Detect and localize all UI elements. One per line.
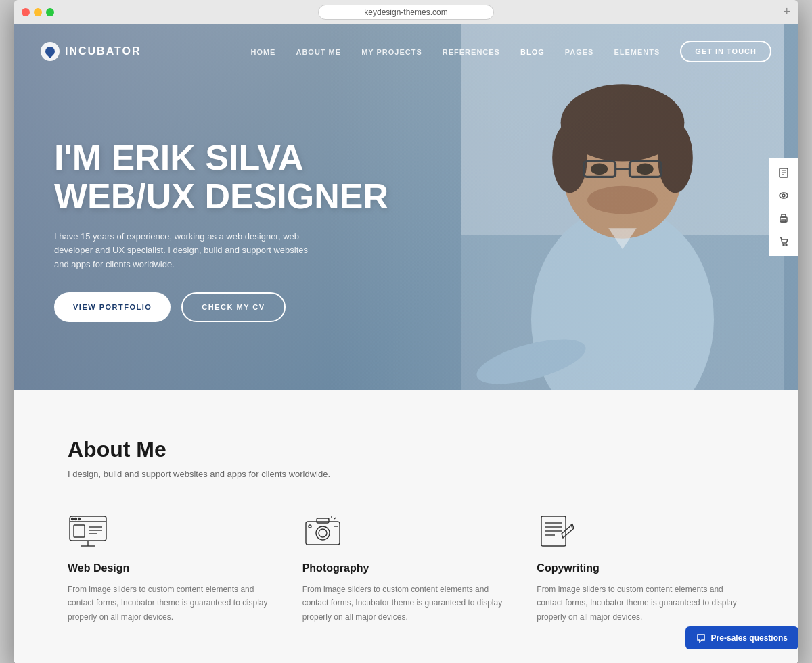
photography-icon: [302, 513, 343, 550]
service-web-design: Web Design From image sliders to custom …: [68, 513, 275, 624]
nav-links: HOME ABOUT ME MY PROJECTS REFERENCES BLO…: [250, 41, 771, 62]
copywriting-icon: [537, 513, 577, 550]
about-subtitle: I design, build and support websites and…: [68, 469, 744, 479]
svg-point-2: [531, 207, 714, 390]
svg-point-43: [309, 525, 311, 528]
web-design-icon: [68, 513, 108, 550]
nav-item-about[interactable]: ABOUT ME: [296, 45, 341, 58]
cart-icon[interactable]: [773, 231, 794, 252]
svg-point-12: [637, 164, 654, 175]
svg-point-15: [472, 330, 590, 390]
eye-icon[interactable]: [773, 185, 794, 206]
nav-item-blog[interactable]: BLOG: [520, 45, 545, 58]
hero-content: I'M ERIK SILVA WEB/UX DESIGNER I have 15…: [54, 139, 388, 322]
hero-buttons: VIEW PORTFOLIO CHECK MY CV: [54, 292, 388, 322]
svg-point-40: [319, 529, 327, 537]
chat-button-label: Pre-sales questions: [711, 633, 788, 643]
svg-line-45: [334, 518, 336, 519]
new-tab-button[interactable]: +: [783, 5, 790, 19]
hero-description: I have 15 years of experience, working a…: [54, 230, 311, 272]
svg-rect-24: [782, 220, 786, 222]
page-content: INCUBATOR HOME ABOUT ME MY PROJECTS REFE…: [14, 24, 798, 663]
browser-window: keydesign-themes.com + INCUBATOR HOME AB…: [14, 0, 798, 663]
view-portfolio-button[interactable]: VIEW PORTFOLIO: [54, 292, 171, 322]
logo-icon-inner: [43, 45, 57, 58]
book-icon[interactable]: [773, 162, 794, 183]
svg-rect-9: [629, 162, 661, 177]
service-photography: Photography From image sliders to custom…: [302, 513, 510, 624]
svg-point-35: [72, 518, 74, 520]
svg-point-6: [552, 122, 587, 193]
browser-titlebar: keydesign-themes.com +: [14, 0, 798, 24]
service-copywriting-desc: From image sliders to custom content ele…: [537, 582, 744, 624]
navbar: INCUBATOR HOME ABOUT ME MY PROJECTS REFE…: [14, 24, 798, 78]
browser-url: keydesign-themes.com: [318, 5, 494, 20]
sidebar-icons: [769, 158, 798, 256]
svg-point-7: [658, 122, 693, 193]
svg-point-37: [78, 518, 81, 520]
svg-rect-3: [605, 193, 640, 235]
svg-marker-14: [608, 228, 637, 249]
nav-item-pages[interactable]: PAGES: [565, 45, 594, 58]
nav-item-references[interactable]: REFERENCES: [443, 45, 500, 58]
svg-point-21: [782, 194, 785, 197]
service-copywriting: Copywriting From image sliders to custom…: [537, 513, 744, 624]
logo[interactable]: INCUBATOR: [41, 42, 141, 61]
service-web-design-desc: From image sliders to custom content ele…: [68, 582, 275, 624]
logo-icon: [41, 42, 60, 61]
about-title: About Me: [68, 437, 744, 462]
svg-point-20: [780, 193, 788, 198]
logo-text: INCUBATOR: [65, 45, 141, 58]
nav-item-elements[interactable]: ELEMENTS: [614, 45, 660, 58]
service-copywriting-title: Copywriting: [537, 562, 744, 574]
hero-title: I'M ERIK SILVA WEB/UX DESIGNER: [54, 139, 388, 216]
svg-point-36: [75, 518, 77, 520]
svg-rect-8: [584, 162, 616, 177]
svg-point-4: [563, 105, 683, 238]
url-text: keydesign-themes.com: [364, 7, 447, 17]
svg-rect-29: [74, 525, 85, 537]
service-photography-desc: From image sliders to custom content ele…: [302, 582, 510, 624]
nav-item-projects[interactable]: MY PROJECTS: [361, 45, 422, 58]
printer-icon[interactable]: [773, 208, 794, 229]
browser-dots: [22, 8, 54, 16]
svg-rect-41: [317, 518, 329, 523]
dot-close[interactable]: [22, 8, 30, 16]
hero-section: INCUBATOR HOME ABOUT ME MY PROJECTS REFE…: [14, 24, 798, 390]
svg-point-11: [591, 164, 608, 175]
chat-icon: [696, 633, 706, 643]
dot-maximize[interactable]: [46, 8, 54, 16]
svg-point-26: [786, 244, 787, 246]
svg-point-25: [783, 244, 784, 246]
nav-cta[interactable]: GET IN TOUCH: [680, 41, 771, 62]
svg-rect-23: [782, 214, 786, 217]
svg-point-13: [587, 186, 658, 214]
chat-button[interactable]: Pre-sales questions: [685, 626, 798, 649]
svg-point-39: [316, 526, 330, 540]
check-cv-button[interactable]: CHECK MY CV: [181, 292, 285, 322]
dot-minimize[interactable]: [34, 8, 42, 16]
service-web-design-title: Web Design: [68, 562, 275, 574]
services-grid: Web Design From image sliders to custom …: [68, 513, 744, 624]
service-photography-title: Photography: [302, 562, 510, 574]
hero-image: [328, 24, 798, 390]
nav-item-home[interactable]: HOME: [250, 45, 275, 58]
about-section: About Me I design, build and support web…: [14, 390, 798, 663]
person-illustration: [447, 24, 798, 390]
svg-rect-0: [461, 24, 784, 390]
svg-point-5: [561, 84, 685, 161]
